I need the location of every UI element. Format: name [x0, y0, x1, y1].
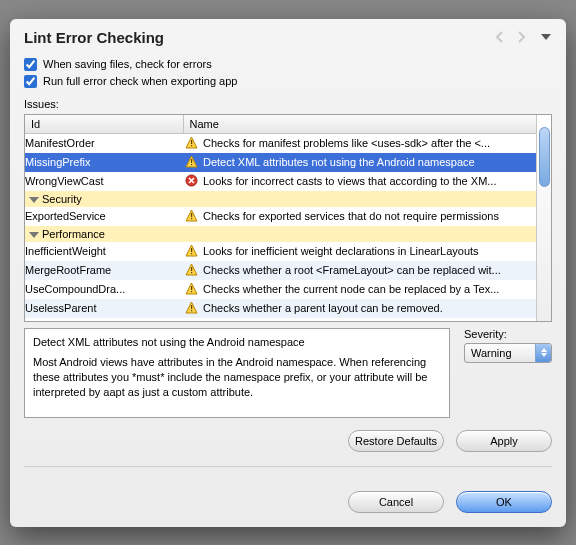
description-box: Detect XML attributes not using the Andr…	[24, 328, 450, 418]
row-name: Checks whether a leaf layout can be remo…	[183, 318, 536, 321]
severity-combo[interactable]: Warning	[464, 343, 552, 363]
group-row[interactable]: Security	[25, 191, 536, 207]
ok-button[interactable]: OK	[456, 491, 552, 513]
warning-icon	[185, 301, 198, 316]
back-icon[interactable]	[496, 31, 510, 43]
warning-icon	[185, 282, 198, 297]
check-on-save-label: When saving files, check for errors	[43, 58, 212, 70]
svg-rect-6	[191, 218, 192, 219]
table-row[interactable]: WrongViewCastLooks for incorrect casts t…	[25, 172, 536, 191]
svg-rect-10	[191, 272, 192, 273]
disclosure-triangle-icon[interactable]	[29, 232, 39, 238]
row-id: UseCompoundDra...	[25, 280, 183, 299]
description-title: Detect XML attributes not using the Andr…	[33, 335, 441, 350]
row-name: Checks whether a parent layout can be re…	[183, 299, 536, 318]
table-header-row: Id Name	[25, 115, 536, 134]
row-id: ExportedService	[25, 207, 183, 226]
scroll-thumb[interactable]	[539, 127, 550, 187]
severity-value: Warning	[465, 347, 535, 359]
preferences-window: Lint Error Checking When saving files, c…	[10, 19, 566, 527]
row-name-text: Looks for inefficient weight declaration…	[203, 245, 479, 257]
table-row[interactable]: UselessParentChecks whether a parent lay…	[25, 299, 536, 318]
table-row[interactable]: MergeRootFrameChecks whether a root <Fra…	[25, 261, 536, 280]
row-name-text: Checks for manifest problems like <uses-…	[203, 137, 490, 149]
page-title: Lint Error Checking	[24, 29, 164, 46]
row-name: Checks for manifest problems like <uses-…	[183, 133, 536, 153]
row-name-text: Detect XML attributes not using the Andr…	[203, 156, 475, 168]
warning-icon	[185, 263, 198, 278]
warning-icon	[185, 209, 198, 224]
row-name: Detect XML attributes not using the Andr…	[183, 153, 536, 172]
row-name-text: Checks whether a root <FrameLayout> can …	[203, 264, 501, 276]
separator	[24, 466, 552, 467]
svg-rect-1	[191, 145, 192, 146]
row-id: Performance	[25, 226, 183, 242]
svg-rect-12	[191, 291, 192, 292]
restore-defaults-button[interactable]: Restore Defaults	[348, 430, 444, 452]
row-name-text: Checks whether a parent layout can be re…	[203, 302, 443, 314]
row-id: UselessLeaf	[25, 318, 183, 321]
svg-rect-2	[191, 159, 192, 163]
menu-icon[interactable]	[540, 31, 552, 43]
table-row[interactable]: UselessLeafChecks whether a leaf layout …	[25, 318, 536, 321]
table-row[interactable]: ExportedServiceChecks for exported servi…	[25, 207, 536, 226]
row-name: Checks whether a root <FrameLayout> can …	[183, 261, 536, 280]
svg-rect-7	[191, 248, 192, 252]
check-on-save[interactable]: When saving files, check for errors	[24, 58, 552, 71]
warning-icon	[185, 320, 198, 321]
col-id[interactable]: Id	[25, 115, 183, 134]
error-icon	[185, 174, 198, 189]
cancel-button[interactable]: Cancel	[348, 491, 444, 513]
warning-icon	[185, 155, 198, 170]
dialog-buttons: Cancel OK	[10, 481, 566, 527]
row-name: Checks for exported services that do not…	[183, 207, 536, 226]
scrollbar[interactable]	[536, 115, 551, 321]
svg-rect-11	[191, 286, 192, 290]
issues-table: Id Name ManifestOrderChecks for manifest…	[24, 114, 552, 322]
check-on-export-box[interactable]	[24, 75, 37, 88]
svg-rect-0	[191, 140, 192, 144]
row-name-text: Checks for exported services that do not…	[203, 210, 499, 222]
svg-rect-3	[191, 164, 192, 165]
row-name	[183, 226, 536, 242]
severity-column: Severity: Warning	[464, 328, 552, 418]
issues-label: Issues:	[24, 98, 552, 110]
row-name: Checks whether the current node can be r…	[183, 280, 536, 299]
header: Lint Error Checking	[10, 19, 566, 54]
severity-label: Severity:	[464, 328, 552, 340]
table-row[interactable]: ManifestOrderChecks for manifest problem…	[25, 133, 536, 153]
row-id: Security	[25, 191, 183, 207]
svg-rect-5	[191, 213, 192, 217]
description-body: Most Android views have attributes in th…	[33, 355, 441, 400]
row-name-text: Checks whether the current node can be r…	[203, 283, 499, 295]
row-name: Looks for inefficient weight declaration…	[183, 242, 536, 261]
combo-stepper-icon[interactable]	[535, 344, 551, 362]
col-name[interactable]: Name	[183, 115, 536, 134]
svg-rect-13	[191, 305, 192, 309]
svg-rect-9	[191, 267, 192, 271]
nav-arrows	[496, 31, 552, 43]
row-name	[183, 191, 536, 207]
forward-icon[interactable]	[518, 31, 532, 43]
apply-button[interactable]: Apply	[456, 430, 552, 452]
row-id: UselessParent	[25, 299, 183, 318]
row-id: MergeRootFrame	[25, 261, 183, 280]
group-row[interactable]: Performance	[25, 226, 536, 242]
description-area: Detect XML attributes not using the Andr…	[24, 328, 552, 418]
content: When saving files, check for errors Run …	[10, 54, 566, 481]
table-row[interactable]: InefficientWeightLooks for inefficient w…	[25, 242, 536, 261]
svg-rect-8	[191, 253, 192, 254]
row-name-text: Looks for incorrect casts to views that …	[203, 175, 496, 187]
table-row[interactable]: MissingPrefixDetect XML attributes not u…	[25, 153, 536, 172]
row-id: ManifestOrder	[25, 133, 183, 153]
action-buttons: Restore Defaults Apply	[24, 430, 552, 452]
row-id: WrongViewCast	[25, 172, 183, 191]
row-id: InefficientWeight	[25, 242, 183, 261]
table-row[interactable]: UseCompoundDra...Checks whether the curr…	[25, 280, 536, 299]
row-id: MissingPrefix	[25, 153, 183, 172]
check-on-save-box[interactable]	[24, 58, 37, 71]
warning-icon	[185, 244, 198, 259]
check-on-export[interactable]: Run full error check when exporting app	[24, 75, 552, 88]
check-on-export-label: Run full error check when exporting app	[43, 75, 237, 87]
disclosure-triangle-icon[interactable]	[29, 197, 39, 203]
